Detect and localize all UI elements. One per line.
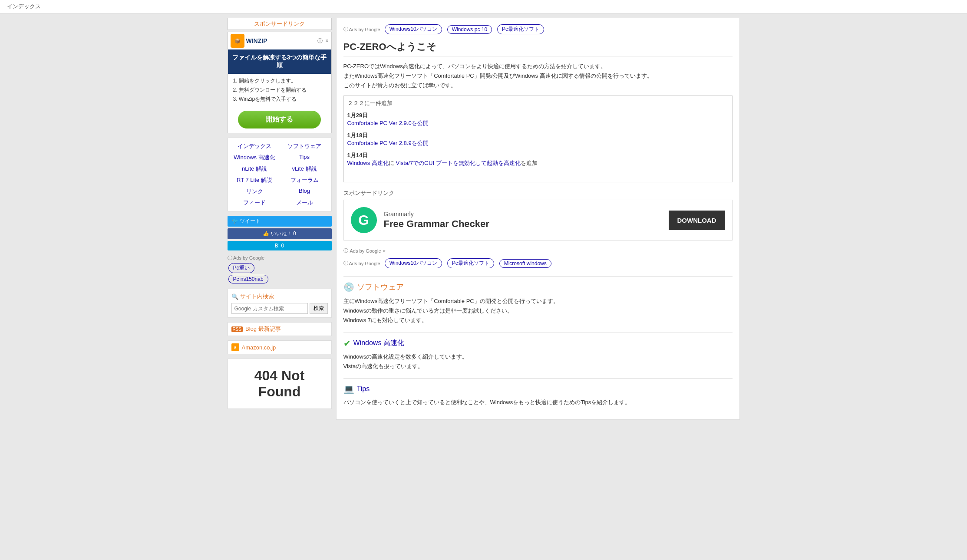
sidebar-blog-link[interactable]: Blog 最新記事 xyxy=(245,325,281,333)
top-ad-pill-1[interactable]: Windows10パソコン xyxy=(385,24,442,34)
sidebar-item-rt7lite[interactable]: RT 7 Lite 解説 xyxy=(231,175,278,185)
sidebar-item-feed[interactable]: フィード xyxy=(231,198,278,208)
hb-button[interactable]: B! 0 xyxy=(228,241,332,250)
like-button[interactable]: 👍 いいね！ 0 xyxy=(228,228,332,239)
sidebar-amazon: a Amazon.co.jp xyxy=(228,340,332,354)
sponsor-label-main: スポンサードリンク xyxy=(343,189,733,197)
sidebar-nav: インデックス ソフトウェア Windows 高速化 Tips nLite 解説 … xyxy=(228,138,332,211)
welcome-text: PC-ZEROではWindows高速化によって、パソコンをより快適に使用するため… xyxy=(343,62,733,90)
news-link-3b[interactable]: Vista/7でのGUI ブートを無効化して起動を高速化 xyxy=(396,160,520,166)
top-ads-row: ⓘ Ads by Google Windows10パソコン Windows pc… xyxy=(343,23,733,35)
sidebar-ad-pill-1[interactable]: Pc重い xyxy=(228,263,254,273)
social-buttons: 🐦 ツイート 👍 いいね！ 0 B! 0 xyxy=(228,216,332,250)
top-nav-index[interactable]: インデックス xyxy=(7,3,41,10)
winzip-info-icon: ⓘ xyxy=(317,37,323,45)
close-icon-gram[interactable]: × xyxy=(383,248,386,254)
check-icon: ✔ xyxy=(343,338,351,349)
news-item-0: ２２２に一件追加 xyxy=(347,99,729,107)
sidebar-item-blog[interactable]: Blog xyxy=(281,187,328,196)
sidebar-blog: RSS Blog 最新記事 xyxy=(228,322,332,336)
tweet-button[interactable]: 🐦 ツイート xyxy=(228,216,332,227)
sidebar-ad-pill-2[interactable]: Pc ns150nab xyxy=(228,275,268,283)
news-link-3a[interactable]: Windows 高速化 xyxy=(347,160,389,166)
404-text: 404 NotFound xyxy=(231,368,328,400)
info-icon-gram: ⓘ xyxy=(343,247,348,254)
rss-icon: RSS xyxy=(231,326,243,332)
divider-1 xyxy=(343,276,733,277)
windows-speed-section: ✔ Windows 高速化 Windowsの高速化設定を数多く紹介しています。 … xyxy=(343,338,733,371)
search-button[interactable]: 検索 xyxy=(310,303,328,314)
sidebar: スポンサードリンク 📦 WINZIP ⓘ × ファイルを解凍する3つの簡単な手順 xyxy=(228,18,332,420)
sidebar-item-vlite[interactable]: vLite 解説 xyxy=(281,164,328,174)
main-title: PC-ZEROへようこそ xyxy=(343,40,733,56)
sidebar-item-index[interactable]: インデックス xyxy=(231,142,278,151)
winzip-icon: 📦 xyxy=(231,34,244,48)
tips-icon: 💻 xyxy=(343,384,354,394)
search-input[interactable] xyxy=(231,303,308,314)
news-link-1[interactable]: Comfortable PC Ver 2.9.0を公開 xyxy=(347,120,429,126)
software-section: 💿 ソフトウェア 主にWindows高速化フリーソフト「Comfortable … xyxy=(343,282,733,325)
sidebar-amazon-link[interactable]: Amazon.co.jp xyxy=(242,344,276,351)
mid-ad-pill-2[interactable]: Pc最適化ソフト xyxy=(447,258,494,268)
search-icon: 🔍 xyxy=(231,293,238,300)
grammarly-brand: Grammarly xyxy=(384,211,662,217)
sidebar-item-link[interactable]: リンク xyxy=(231,187,278,196)
sidebar-404: 404 NotFound xyxy=(228,359,332,409)
winzip-start-button[interactable]: 開始する xyxy=(238,111,320,128)
news-box[interactable]: ２２２に一件追加 1月29日 Comfortable PC Ver 2.9.0を… xyxy=(343,96,733,182)
software-icon: 💿 xyxy=(343,282,354,292)
amazon-icon: a xyxy=(231,343,239,351)
grammarly-title: Free Grammar Checker xyxy=(384,218,662,230)
news-item-1: 1月29日 Comfortable PC Ver 2.9.0を公開 xyxy=(347,112,729,127)
winzip-steps: 1. 開始をクリックします。 2. 無料ダウンロードを開始する 3. WinZi… xyxy=(228,74,331,108)
winzip-close-icon[interactable]: × xyxy=(325,38,328,44)
mid-ad-pill-1[interactable]: Windows10パソコン xyxy=(385,258,442,268)
news-item-3: 1月14日 Windows 高速化に Vista/7でのGUI ブートを無効化し… xyxy=(347,152,729,167)
sidebar-item-mail[interactable]: メール xyxy=(281,198,328,208)
sidebar-item-forum[interactable]: フォーラム xyxy=(281,175,328,185)
top-ad-pill-2[interactable]: Windows pc 10 xyxy=(447,25,492,34)
tips-link[interactable]: Tips xyxy=(357,385,370,393)
sidebar-search: 🔍 サイト内検索 検索 xyxy=(228,289,332,318)
top-ad-pill-3[interactable]: Pc最適化ソフト xyxy=(497,24,544,34)
sidebar-item-nlite[interactable]: nLite 解説 xyxy=(231,164,278,174)
sidebar-item-tips[interactable]: Tips xyxy=(281,153,328,162)
info-icon-small: ⓘ xyxy=(228,255,232,260)
software-title-link[interactable]: ソフトウェア xyxy=(357,282,404,292)
divider-3 xyxy=(343,378,733,379)
mid-ads-row: ⓘ Ads by Google Windows10パソコン Pc最適化ソフト M… xyxy=(343,257,733,269)
top-nav: インデックス xyxy=(0,0,967,13)
windows-speed-link[interactable]: Windows 高速化 xyxy=(353,339,404,348)
winzip-ad: 📦 WINZIP ⓘ × ファイルを解凍する3つの簡単な手順 1. 開始をクリッ… xyxy=(228,32,332,133)
sidebar-item-windows-speed[interactable]: Windows 高速化 xyxy=(231,153,278,162)
sidebar-sponsor-label: スポンサードリンク xyxy=(228,18,332,30)
news-link-2[interactable]: Comfortable PC Ver 2.8.9を公開 xyxy=(347,140,429,146)
sidebar-ad-pills: ⓘ Ads by Google Pc重い Pc ns150nab xyxy=(228,255,332,284)
grammarly-download-button[interactable]: DOWNLOAD xyxy=(669,211,725,230)
grammarly-icon: G xyxy=(351,207,377,233)
divider-2 xyxy=(343,333,733,333)
winzip-banner: ファイルを解凍する3つの簡単な手順 xyxy=(228,49,331,74)
tips-section: 💻 Tips パソコンを使っていくと上で知っていると便利なことや、Windows… xyxy=(343,384,733,407)
news-item-2: 1月18日 Comfortable PC Ver 2.8.9を公開 xyxy=(347,132,729,147)
info-icon-mid: ⓘ xyxy=(343,260,348,267)
winzip-brand: WINZIP xyxy=(246,37,267,44)
wrapper: スポンサードリンク 📦 WINZIP ⓘ × ファイルを解凍する3つの簡単な手順 xyxy=(223,13,744,424)
grammarly-ad: G Grammarly Free Grammar Checker DOWNLOA… xyxy=(343,200,733,240)
sidebar-item-software[interactable]: ソフトウェア xyxy=(281,142,328,151)
ad-controls: ⓘ Ads by Google × xyxy=(343,247,733,254)
mid-ad-pill-3[interactable]: Microsoft windows xyxy=(499,259,551,268)
main-content: ⓘ Ads by Google Windows10パソコン Windows pc… xyxy=(336,18,740,420)
info-icon-top: ⓘ xyxy=(343,26,348,33)
